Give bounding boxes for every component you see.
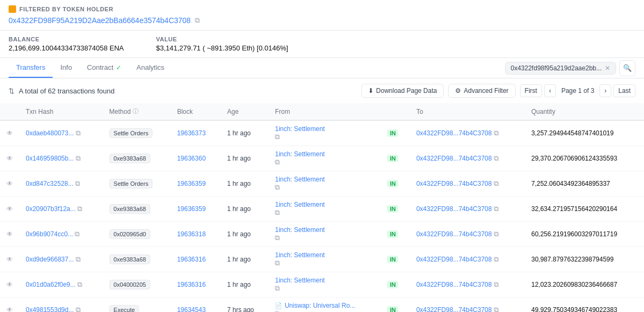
copy-from-icon[interactable]: ⧉	[275, 183, 280, 191]
copy-txhash-icon[interactable]: ⧉	[76, 255, 80, 263]
copy-from-icon[interactable]: ⧉	[275, 309, 280, 312]
th-age: Age	[221, 103, 268, 120]
copy-from-icon[interactable]: ⧉	[275, 234, 280, 242]
block-link[interactable]: 19636316	[177, 256, 206, 263]
direction-badge: IN	[387, 281, 398, 288]
from-link[interactable]: 1inch: Settlement	[275, 277, 374, 284]
to-link[interactable]: 0x4322FD98...74b4C3708	[416, 205, 492, 213]
copy-from-icon[interactable]: ⧉	[275, 133, 280, 141]
eye-icon[interactable]: 👁	[6, 256, 13, 263]
copy-to-icon[interactable]: ⧉	[494, 205, 499, 213]
copy-to-icon[interactable]: ⧉	[494, 129, 499, 137]
eye-icon[interactable]: 👁	[6, 205, 13, 213]
row-to-cell: 0x4322FD98...74b4C3708 ⧉	[410, 272, 525, 298]
to-link[interactable]: 0x4322FD98...74b4C3708	[416, 306, 492, 312]
copy-from-icon[interactable]: ⧉	[275, 259, 280, 267]
to-link[interactable]: 0x4322FD98...74b4C3708	[416, 281, 492, 288]
advanced-filter-button[interactable]: ⚙ Advanced Filter	[448, 84, 515, 98]
to-link[interactable]: 0x4322FD98...74b4C3708	[416, 180, 492, 187]
contract-check-icon: ✓	[116, 64, 121, 71]
copy-txhash-icon[interactable]: ⧉	[76, 306, 80, 312]
tab-contract[interactable]: Contract ✓	[79, 58, 129, 78]
row-to-cell: 0x4322FD98...74b4C3708 ⧉	[410, 298, 525, 313]
eye-icon[interactable]: 👁	[6, 155, 13, 162]
block-link[interactable]: 19636360	[177, 155, 206, 162]
copy-txhash-icon[interactable]: ⧉	[76, 129, 80, 137]
from-link[interactable]: 1inch: Settlement	[275, 176, 374, 183]
method-info-icon[interactable]: ⓘ	[133, 107, 138, 115]
eye-icon[interactable]: 👁	[6, 129, 13, 137]
txhash-link[interactable]: 0x01d0a62f0e9...	[26, 281, 76, 288]
from-link[interactable]: 1inch: Settlement	[275, 201, 374, 208]
copy-txhash-icon[interactable]: ⧉	[75, 230, 79, 238]
tab-info[interactable]: Info	[53, 58, 79, 78]
copy-txhash-icon[interactable]: ⧉	[77, 205, 82, 213]
copy-to-icon[interactable]: ⧉	[494, 306, 499, 312]
first-page-button[interactable]: First	[520, 84, 542, 97]
from-link[interactable]: 1inch: Settlement	[275, 125, 374, 133]
txhash-link[interactable]: 0xdaeb48007​3...	[26, 129, 74, 137]
row-from-cell: 1inch: Settlement ⧉	[268, 171, 380, 197]
copy-to-icon[interactable]: ⧉	[494, 154, 499, 163]
tab-transfers[interactable]: Transfers	[9, 58, 53, 78]
from-link[interactable]: 📄Uniswap: Universal Ro...	[275, 302, 374, 309]
txhash-link[interactable]: 0x4981553d9d...	[26, 306, 74, 312]
from-link[interactable]: 1inch: Settlement	[275, 150, 374, 158]
copy-address-icon[interactable]: ⧉	[195, 16, 200, 25]
age-text: 1 hr ago	[227, 129, 251, 137]
block-link[interactable]: 19636316	[177, 281, 206, 288]
direction-badge: IN	[387, 256, 398, 263]
row-method-cell: 0x04000205	[103, 272, 171, 298]
method-badge: Execute	[109, 305, 140, 312]
copy-txhash-icon[interactable]: ⧉	[75, 179, 80, 187]
copy-to-icon[interactable]: ⧉	[494, 179, 499, 188]
to-link[interactable]: 0x4322FD98...74b4C3708	[416, 129, 492, 137]
search-button[interactable]: 🔍	[619, 60, 635, 76]
row-method-cell: 0xe9383a68	[103, 146, 171, 171]
copy-from-icon[interactable]: ⧉	[275, 284, 280, 292]
row-direction-cell: IN	[380, 120, 409, 146]
block-link[interactable]: 19636359	[177, 205, 206, 213]
txhash-link[interactable]: 0xd847c32528...	[26, 180, 74, 187]
age-text: 1 hr ago	[227, 230, 251, 238]
to-link[interactable]: 0x4322FD98...74b4C3708	[416, 230, 492, 238]
eye-icon[interactable]: 👁	[6, 281, 13, 288]
txhash-link[interactable]: 0x146959805b...	[26, 155, 74, 162]
filter-label: FILTERED BY TOKEN HOLDER	[9, 5, 635, 13]
to-link[interactable]: 0x4322FD98...74b4C3708	[416, 256, 492, 263]
txhash-link[interactable]: 0x20907b3f12a...	[26, 205, 76, 213]
to-link[interactable]: 0x4322FD98...74b4C3708	[416, 155, 492, 162]
from-link[interactable]: 1inch: Settlement	[275, 251, 374, 259]
block-link[interactable]: 19636373	[177, 129, 206, 137]
copy-txhash-icon[interactable]: ⧉	[77, 280, 82, 288]
remove-filter-icon[interactable]: ✕	[605, 64, 610, 72]
copy-txhash-icon[interactable]: ⧉	[76, 154, 80, 162]
row-eye-cell: 👁	[0, 197, 19, 222]
copy-from-icon[interactable]: ⧉	[275, 158, 280, 166]
txhash-link[interactable]: 0x96b9074cc0...	[26, 230, 73, 238]
age-text: 1 hr ago	[227, 256, 251, 263]
row-block-cell: 19636373	[171, 120, 221, 146]
eye-icon[interactable]: 👁	[6, 230, 13, 238]
txhash-link[interactable]: 0xd9de966837...	[26, 256, 74, 263]
download-data-button[interactable]: ⬇ Download Page Data	[361, 84, 444, 98]
filter-gear-icon: ⚙	[455, 87, 461, 95]
copy-from-icon[interactable]: ⧉	[275, 208, 280, 216]
next-page-button[interactable]: ›	[599, 84, 611, 97]
token-holder-address[interactable]: 0x4322FD98F95A219D2Aae2bBa6664e3574b4C37…	[9, 16, 191, 25]
tab-analytics[interactable]: Analytics	[129, 58, 172, 78]
eye-icon[interactable]: 👁	[6, 306, 13, 312]
copy-to-icon[interactable]: ⧉	[494, 255, 499, 264]
block-link[interactable]: 19636318	[177, 230, 206, 238]
eye-icon[interactable]: 👁	[6, 180, 13, 187]
block-link[interactable]: 19634543	[177, 306, 206, 312]
from-link[interactable]: 1inch: Settlement	[275, 226, 374, 234]
copy-to-icon[interactable]: ⧉	[494, 280, 499, 289]
last-page-button[interactable]: Last	[613, 84, 635, 97]
prev-page-button[interactable]: ‹	[544, 84, 556, 97]
copy-to-icon[interactable]: ⧉	[494, 230, 499, 238]
block-link[interactable]: 19636359	[177, 180, 206, 187]
meta-row: BALANCE 2,196,699.10044334733874058 ENA …	[0, 31, 644, 58]
row-eye-cell: 👁	[0, 272, 19, 298]
row-age-cell: 1 hr ago	[221, 197, 268, 222]
